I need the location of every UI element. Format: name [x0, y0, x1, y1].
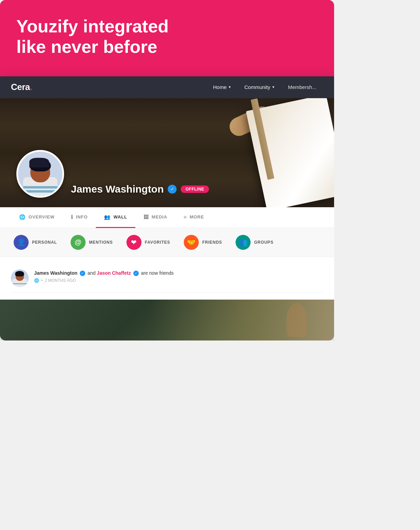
tab-wall[interactable]: 👥 WALL [96, 207, 135, 228]
activity-time: 2 MONTHS AGO [45, 278, 76, 283]
groups-icon: 👥 [236, 235, 251, 250]
activity-friend-verified: ✓ [133, 271, 139, 276]
activity-conjunction: and [88, 270, 97, 276]
navbar-logo[interactable]: Cera. [11, 82, 32, 92]
activity-avatar [11, 269, 29, 287]
home-chevron-icon: ▾ [229, 85, 231, 89]
activity-action: are now friends [141, 270, 174, 276]
navbar-links: Home ▾ Community ▾ Membersh... [206, 76, 323, 98]
more-icon: ≡ [184, 214, 187, 220]
wall-icon: 👥 [104, 214, 111, 220]
info-icon: ℹ [71, 214, 73, 220]
nav-community[interactable]: Community ▾ [238, 76, 281, 98]
activity-verified-badge: ✓ [80, 271, 85, 276]
personal-label: PERSONAL [32, 240, 57, 245]
hero-title: Youzify integrated like never before [16, 16, 318, 57]
profile-name: James Washington [71, 183, 164, 195]
bullet: • [41, 278, 43, 283]
tab-info[interactable]: ℹ INFO [63, 207, 96, 228]
cover-area: James Washington ✓ OFFLINE [0, 98, 334, 207]
mentions-icon: @ [71, 235, 86, 250]
nav-home[interactable]: Home ▾ [206, 76, 238, 98]
avatar [16, 150, 64, 198]
hero-section: Youzify integrated like never before [0, 0, 334, 76]
filter-friends[interactable]: 🤝 FRIENDS [184, 235, 222, 250]
media-icon: 🖼 [144, 214, 149, 220]
activity-meta: 🌐 • 2 MONTHS AGO [34, 278, 174, 283]
profile-info: James Washington ✓ OFFLINE [71, 183, 209, 198]
app-window: Cera. Home ▾ Community ▾ Membersh... [0, 76, 334, 340]
nav-membership[interactable]: Membersh... [281, 76, 323, 98]
globe-icon: 🌐 [34, 278, 39, 283]
activity-content: James Washington ✓ and Jason Chaffetz ✓ … [34, 269, 174, 283]
favorites-icon: ❤ [126, 235, 141, 250]
mentions-label: MENTIONS [89, 240, 113, 245]
activity-feed: James Washington ✓ and Jason Chaffetz ✓ … [0, 257, 334, 300]
personal-icon: 👤 [14, 235, 29, 250]
activity-user-name[interactable]: James Washington [34, 270, 77, 276]
favorites-label: FAVORITES [145, 240, 170, 245]
friends-icon: 🤝 [184, 235, 199, 250]
community-chevron-icon: ▾ [272, 85, 274, 89]
filter-personal[interactable]: 👤 PERSONAL [14, 235, 57, 250]
verified-badge: ✓ [168, 185, 177, 194]
activity-item: James Washington ✓ and Jason Chaffetz ✓ … [11, 264, 323, 293]
groups-label: GROUPS [254, 240, 273, 245]
activity-main-text: James Washington ✓ and Jason Chaffetz ✓ … [34, 269, 174, 277]
activity-friend-link[interactable]: Jason Chaffetz [97, 270, 131, 276]
friends-label: FRIENDS [202, 240, 222, 245]
profile-tabs: 🌐 OVERVIEW ℹ INFO 👥 WALL 🖼 MEDIA ≡ MORE [0, 207, 334, 228]
tab-media[interactable]: 🖼 MEDIA [135, 207, 176, 228]
bottom-image [0, 300, 334, 340]
filter-favorites[interactable]: ❤ FAVORITES [126, 235, 170, 250]
tab-overview[interactable]: 🌐 OVERVIEW [11, 207, 63, 228]
filter-mentions[interactable]: @ MENTIONS [71, 235, 113, 250]
tab-more[interactable]: ≡ MORE [176, 207, 212, 228]
navbar: Cera. Home ▾ Community ▾ Membersh... [0, 76, 334, 98]
filter-groups[interactable]: 👥 GROUPS [236, 235, 273, 250]
overview-icon: 🌐 [19, 214, 26, 220]
offline-badge: OFFLINE [181, 185, 209, 193]
activity-filters: 👤 PERSONAL @ MENTIONS ❤ FAVORITES 🤝 FRIE… [0, 228, 334, 257]
profile-area: James Washington ✓ OFFLINE [0, 150, 334, 207]
